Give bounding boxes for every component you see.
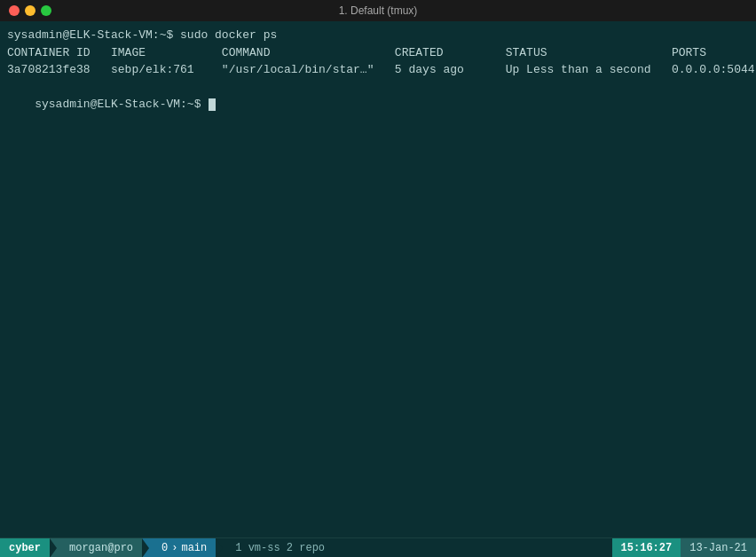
terminal-data-row: 3a708213fe38 sebp/elk:761 "/usr/local/bi… (7, 61, 749, 79)
status-time: 15:16:27 (612, 538, 681, 557)
window-title: 1. Default (tmux) (339, 4, 418, 17)
close-button[interactable] (9, 5, 20, 16)
status-bar: cyber morgan@pro 0 › main 1 vm-ss 2 repo… (0, 537, 756, 557)
arrow-user (142, 538, 153, 558)
status-info: 1 vm-ss 2 repo (226, 538, 611, 557)
svg-marker-2 (216, 538, 226, 558)
arrow-branch (216, 538, 226, 558)
terminal-header: CONTAINER ID IMAGE COMMAND CREATED STATU… (7, 44, 749, 62)
svg-marker-1 (142, 538, 153, 558)
title-bar: 1. Default (tmux) (0, 0, 756, 21)
status-branch: 0 › main (153, 538, 216, 557)
minimize-button[interactable] (25, 5, 35, 16)
arrow-cyber (50, 538, 60, 558)
cursor (209, 98, 216, 111)
terminal-area[interactable]: sysadmin@ELK-Stack-VM:~$ sudo docker ps … (0, 21, 756, 537)
terminal-line-1: sysadmin@ELK-Stack-VM:~$ sudo docker ps (7, 27, 749, 44)
terminal-prompt: sysadmin@ELK-Stack-VM:~$ (7, 79, 749, 131)
status-cyber: cyber (0, 538, 50, 557)
window-controls (9, 5, 51, 16)
status-date: 13-Jan-21 (681, 538, 756, 557)
maximize-button[interactable] (41, 5, 51, 16)
status-user: morgan@pro (60, 538, 142, 557)
svg-marker-0 (50, 538, 60, 558)
